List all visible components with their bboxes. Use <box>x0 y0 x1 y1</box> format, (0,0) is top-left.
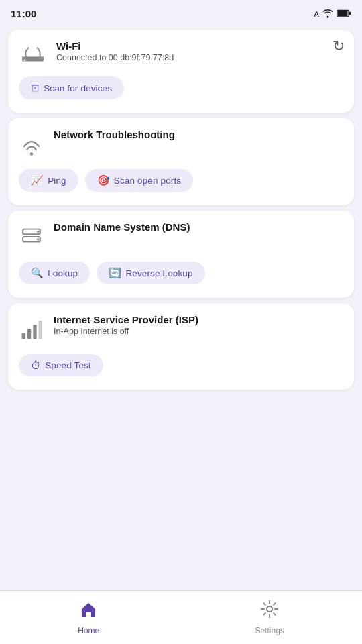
wifi-card-header: Wi-Fi Connected to 00:db:9f:79:77:8d ↻ <box>19 40 343 67</box>
home-icon <box>79 600 98 623</box>
battery-status-icon <box>337 9 351 17</box>
wifi-title: Wi-Fi <box>56 40 343 52</box>
wifi-icon <box>19 44 46 66</box>
status-bar: 11:00 ᴀ <box>0 0 362 24</box>
scan-ports-icon: 🎯 <box>97 174 110 186</box>
dns-header: Domain Name System (DNS) <box>19 221 343 252</box>
lookup-button[interactable]: 🔍 Lookup <box>19 262 90 284</box>
svg-point-8 <box>37 231 40 233</box>
network-troubleshooting-card: Network Troubleshooting 📈 Ping 🎯 Scan op… <box>8 118 354 205</box>
reverse-lookup-icon: 🔄 <box>109 267 121 279</box>
network-troubleshooting-title-area: Network Troubleshooting <box>54 129 343 142</box>
isp-card: Internet Service Provider (ISP) In-App I… <box>8 303 354 390</box>
status-icons: ᴀ <box>314 8 351 19</box>
lookup-icon: 🔍 <box>31 267 44 279</box>
svg-rect-11 <box>22 333 25 339</box>
network-troubleshooting-title: Network Troubleshooting <box>54 129 343 140</box>
svg-point-6 <box>30 152 34 156</box>
svg-rect-13 <box>33 325 36 339</box>
reverse-lookup-button[interactable]: 🔄 Reverse Lookup <box>97 262 204 284</box>
settings-icon <box>260 600 279 623</box>
svg-rect-1 <box>349 12 351 15</box>
nav-home-label: Home <box>78 626 99 635</box>
svg-rect-14 <box>39 321 42 339</box>
network-troubleshooting-header: Network Troubleshooting <box>19 129 343 160</box>
wifi-actions: ⊡ Scan for devices <box>19 76 343 99</box>
dns-title: Domain Name System (DNS) <box>54 221 343 233</box>
wifi-title-area: Wi-Fi Connected to 00:db:9f:79:77:8d <box>56 40 343 62</box>
dns-actions: 🔍 Lookup 🔄 Reverse Lookup <box>19 262 343 284</box>
isp-title-area: Internet Service Provider (ISP) In-App I… <box>54 314 343 336</box>
svg-rect-2 <box>338 11 348 16</box>
network-troubleshooting-icon <box>19 131 44 157</box>
dns-icon <box>19 224 44 250</box>
scan-for-devices-button[interactable]: ⊡ Scan for devices <box>19 76 124 99</box>
speed-test-button[interactable]: ⏱ Speed Test <box>19 354 103 376</box>
svg-rect-12 <box>27 329 31 339</box>
status-time: 11:00 <box>11 8 36 19</box>
wifi-subtitle: Connected to 00:db:9f:79:77:8d <box>56 53 343 62</box>
isp-icon-area <box>19 317 44 345</box>
refresh-button[interactable]: ↻ <box>333 38 345 55</box>
isp-subtitle: In-App Internet is off <box>54 327 343 336</box>
wifi-card: Wi-Fi Connected to 00:db:9f:79:77:8d ↻ ⊡… <box>8 30 354 113</box>
scan-devices-icon: ⊡ <box>31 82 40 94</box>
svg-point-10 <box>37 238 40 241</box>
network-icon-area <box>19 131 44 160</box>
speed-test-icon: ⏱ <box>31 360 41 371</box>
network-troubleshooting-actions: 📈 Ping 🎯 Scan open ports <box>19 169 343 192</box>
svg-point-15 <box>267 606 272 612</box>
svg-rect-4 <box>23 59 25 61</box>
isp-icon <box>19 317 44 342</box>
ping-button[interactable]: 📈 Ping <box>19 169 78 192</box>
isp-title: Internet Service Provider (ISP) <box>54 314 343 325</box>
dns-icon-area <box>19 224 44 252</box>
isp-actions: ⏱ Speed Test <box>19 354 343 376</box>
wifi-status-icon <box>322 9 334 18</box>
ping-icon: 📈 <box>31 174 44 186</box>
wifi-icon-area <box>19 43 47 67</box>
isp-header: Internet Service Provider (ISP) In-App I… <box>19 314 343 345</box>
dns-title-area: Domain Name System (DNS) <box>54 221 343 234</box>
nav-settings-label: Settings <box>255 626 284 635</box>
nav-settings[interactable]: Settings <box>241 594 297 641</box>
nav-home[interactable]: Home <box>64 594 113 641</box>
a-icon: ᴀ <box>314 8 319 19</box>
main-content: Wi-Fi Connected to 00:db:9f:79:77:8d ↻ ⊡… <box>0 24 362 644</box>
dns-card: Domain Name System (DNS) 🔍 Lookup 🔄 Reve… <box>8 211 354 298</box>
scan-open-ports-button[interactable]: 🎯 Scan open ports <box>85 169 193 192</box>
bottom-nav: Home Settings <box>0 590 362 644</box>
